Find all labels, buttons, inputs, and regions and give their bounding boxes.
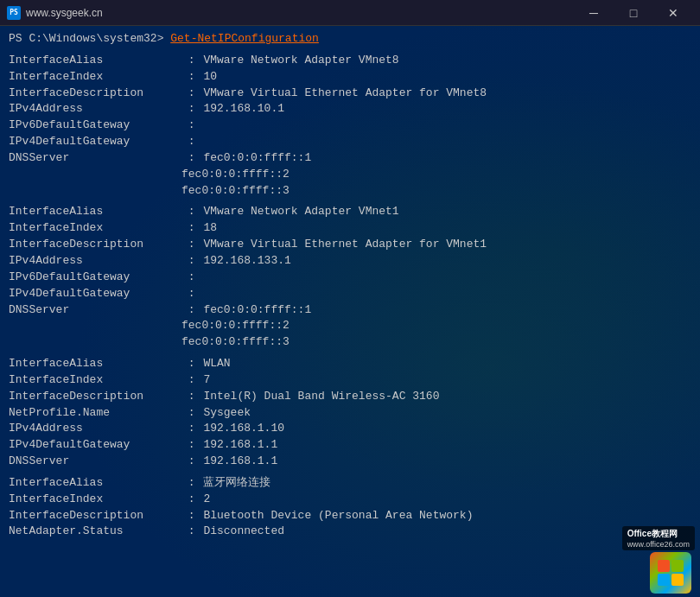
vmnet1-desc: InterfaceDescription : VMware Virtual Et… [9,237,691,253]
window-title: www.sysgeek.cn [26,7,103,19]
vmnet8-ipv6gw: IPv6DefaultGateway : [9,117,691,134]
vmnet1-dns2: fec0:0:0:ffff::2 [9,318,691,334]
wlan-alias: InterfaceAlias : WLAN [9,356,691,372]
vmnet1-index: InterfaceIndex : 18 [9,220,691,237]
title-bar: PS www.sysgeek.cn ─ □ ✕ [0,0,700,26]
close-button[interactable]: ✕ [653,0,693,26]
app-icon: PS [7,6,21,20]
minimize-button[interactable]: ─ [574,0,614,26]
command-text: Get-NetIPConfiguration [170,31,319,48]
wlan-ipv4: IPv4Address : 192.168.1.10 [9,421,691,437]
office-label1: Office教程网 [627,528,690,540]
terminal-window: PS C:\Windows\system32> Get-NetIPConfigu… [0,26,700,597]
wlan-profile: NetProfile.Name : Sysgeek [9,405,691,422]
wlan-desc: InterfaceDescription : Intel(R) Dual Ban… [9,389,691,405]
wlan-index: InterfaceIndex : 7 [9,372,691,389]
vmnet8-dns1: DNSServer : fec0:0:0:ffff::1 [9,150,691,167]
bt-index: InterfaceIndex : 2 [9,492,691,508]
vmnet8-dns2: fec0:0:0:ffff::2 [9,167,691,183]
vmnet8-ipv4: IPv4Address : 192.168.10.1 [9,101,691,117]
bt-desc: InterfaceDescription : Bluetooth Device … [9,508,691,524]
vmnet8-index: InterfaceIndex : 10 [9,69,691,86]
vmnet1-alias: InterfaceAlias : VMware Network Adapter … [9,204,691,220]
vmnet8-dns3: fec0:0:0:ffff::3 [9,183,691,200]
vmnet1-ipv4gw: IPv4DefaultGateway : [9,286,691,302]
vmnet1-dns3: fec0:0:0:ffff::3 [9,334,691,351]
window-controls: ─ □ ✕ [574,0,693,26]
terminal-content: PS C:\Windows\system32> Get-NetIPConfigu… [9,31,691,540]
vmnet1-ipv4: IPv4Address : 192.168.133.1 [9,253,691,270]
vmnet1-dns1: DNSServer : fec0:0:0:ffff::1 [9,302,691,319]
vmnet1-ipv6gw: IPv6DefaultGateway : [9,270,691,286]
office-label2: www.office26.com [627,540,690,549]
office-badge [650,552,691,594]
status-bar: Office教程网 www.office26.com [0,523,700,597]
vmnet8-ipv4gw: IPv4DefaultGateway : [9,134,691,150]
prompt-text: PS C:\Windows\system32> [9,31,170,48]
prompt-line: PS C:\Windows\system32> Get-NetIPConfigu… [9,31,691,48]
wlan-dns: DNSServer : 192.168.1.1 [9,454,691,470]
vmnet8-desc: InterfaceDescription : VMware Virtual Et… [9,86,691,102]
wlan-gw: IPv4DefaultGateway : 192.168.1.1 [9,437,691,454]
vmnet8-alias: InterfaceAlias : VMware Network Adapter … [9,53,691,69]
bt-alias: InterfaceAlias : 蓝牙网络连接 [9,475,691,492]
maximize-button[interactable]: □ [614,0,653,26]
